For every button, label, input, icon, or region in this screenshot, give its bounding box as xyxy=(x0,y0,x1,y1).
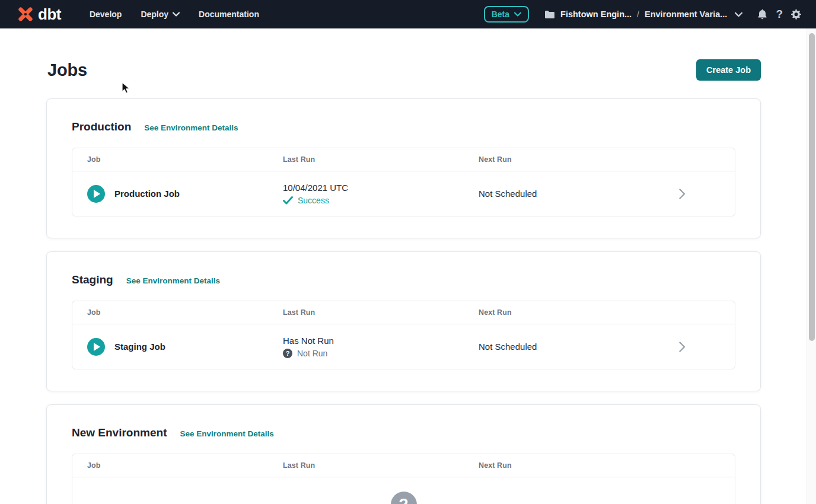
column-header-last-run: Last Run xyxy=(283,155,479,164)
dbt-logo[interactable]: dbt xyxy=(15,4,61,24)
page-title: Jobs xyxy=(46,60,87,80)
nav-menu: Develop Deploy Documentation xyxy=(82,5,266,24)
environment-name: Production xyxy=(72,120,131,133)
breadcrumb-project[interactable]: Environment Varia... xyxy=(645,9,727,19)
column-header-last-run: Last Run xyxy=(283,308,479,317)
see-environment-details-link[interactable]: See Environment Details xyxy=(144,123,238,132)
success-check-icon xyxy=(283,196,293,205)
column-header-next-run: Next Run xyxy=(479,461,675,470)
next-run-value: Not Scheduled xyxy=(479,189,675,199)
question-circle-icon: ? xyxy=(391,492,417,504)
nav-item-deploy[interactable]: Deploy xyxy=(133,5,187,24)
environment-name: New Environment xyxy=(72,426,167,439)
jobs-table-header: Job Last Run Next Run xyxy=(72,301,735,324)
column-header-job: Job xyxy=(87,461,283,470)
create-job-button[interactable]: Create Job xyxy=(696,59,761,81)
project-breadcrumb[interactable]: Fishtown Engin... / Environment Varia... xyxy=(544,9,742,19)
dbt-logo-icon xyxy=(15,4,36,24)
nav-item-develop[interactable]: Develop xyxy=(82,5,129,24)
folder-icon xyxy=(544,10,555,19)
chevron-right-icon[interactable] xyxy=(679,189,686,199)
run-status-badge: Not Run xyxy=(297,349,327,358)
page-header: Jobs Create Job xyxy=(46,59,761,81)
environment-card-new-environment: New Environment See Environment Details … xyxy=(46,404,761,504)
help-icon[interactable]: ? xyxy=(776,8,783,21)
environment-header: Staging See Environment Details xyxy=(72,273,735,286)
run-job-play-button[interactable] xyxy=(87,185,105,203)
table-row-staging-job[interactable]: Staging Job Has Not Run ? Not Run Not Sc… xyxy=(72,324,735,369)
nav-item-documentation[interactable]: Documentation xyxy=(192,5,266,24)
environment-header: New Environment See Environment Details xyxy=(72,426,735,439)
dbt-logo-text: dbt xyxy=(38,7,61,22)
chevron-down-icon[interactable] xyxy=(735,12,742,17)
empty-jobs-state: ? xyxy=(72,477,735,504)
not-run-question-icon: ? xyxy=(283,349,292,358)
page-scrollbar xyxy=(807,28,816,504)
nav-item-deploy-label: Deploy xyxy=(141,9,168,19)
chevron-right-icon[interactable] xyxy=(679,342,686,352)
scrollbar-thumb[interactable] xyxy=(809,33,815,341)
beta-label: Beta xyxy=(492,9,509,19)
top-navigation-bar: dbt Develop Deploy Documentation Beta Fi… xyxy=(0,0,816,28)
see-environment-details-link[interactable]: See Environment Details xyxy=(180,429,273,438)
main-content: Jobs Create Job Production See Environme… xyxy=(0,28,807,504)
help-icon-glyph: ? xyxy=(776,8,783,21)
last-run-date: 10/04/2021 UTC xyxy=(283,183,479,193)
nav-item-documentation-label: Documentation xyxy=(199,9,259,19)
nav-icon-group: ? xyxy=(757,8,802,21)
run-job-play-button[interactable] xyxy=(87,338,105,356)
chevron-down-icon xyxy=(514,12,521,17)
jobs-table: Job Last Run Next Run Production Job 10/… xyxy=(72,148,735,216)
environment-header: Production See Environment Details xyxy=(72,120,735,133)
job-name[interactable]: Production Job xyxy=(114,189,180,199)
bell-icon[interactable] xyxy=(757,8,768,20)
column-header-job: Job xyxy=(87,308,283,317)
jobs-table-header: Job Last Run Next Run xyxy=(72,148,735,171)
see-environment-details-link[interactable]: See Environment Details xyxy=(126,276,220,285)
environment-card-staging: Staging See Environment Details Job Last… xyxy=(46,251,761,391)
environment-name: Staging xyxy=(72,273,113,286)
breadcrumb-separator: / xyxy=(637,9,639,19)
jobs-table: Job Last Run Next Run ? xyxy=(72,454,735,504)
job-name[interactable]: Staging Job xyxy=(114,342,165,352)
column-header-next-run: Next Run xyxy=(479,308,675,317)
column-header-next-run: Next Run xyxy=(479,155,675,164)
beta-dropdown[interactable]: Beta xyxy=(484,6,529,23)
jobs-table: Job Last Run Next Run Staging Job Has No… xyxy=(72,301,735,369)
last-run-date: Has Not Run xyxy=(283,336,479,346)
environment-card-production: Production See Environment Details Job L… xyxy=(46,98,761,238)
nav-item-develop-label: Develop xyxy=(90,9,122,19)
column-header-last-run: Last Run xyxy=(283,461,479,470)
jobs-table-header: Job Last Run Next Run xyxy=(72,454,735,477)
breadcrumb-account[interactable]: Fishtown Engin... xyxy=(560,9,632,19)
gear-icon[interactable] xyxy=(791,9,802,20)
run-status-badge: Success xyxy=(298,196,329,205)
column-header-job: Job xyxy=(87,155,283,164)
next-run-value: Not Scheduled xyxy=(479,342,675,352)
chevron-down-icon xyxy=(173,12,180,17)
table-row-production-job[interactable]: Production Job 10/04/2021 UTC Success No… xyxy=(72,171,735,216)
